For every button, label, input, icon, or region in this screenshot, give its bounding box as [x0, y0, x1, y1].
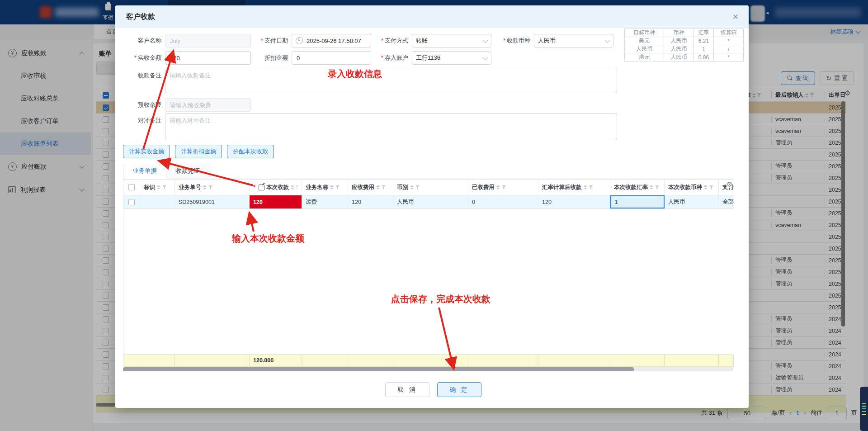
- doc-col-应收费用[interactable]: 应收费用: [348, 180, 393, 195]
- remark-textarea[interactable]: [165, 68, 617, 93]
- chevron-down-icon: [482, 37, 488, 43]
- doc-cell-本次收款汇率[interactable]: 1: [610, 195, 665, 208]
- screen: 零担 ◂ 首页 × 标签选项 ¥应收账款应收审核应收对账总览应收客户订单应收账单…: [0, 0, 868, 431]
- doc-col-本次收款[interactable]: *本次收款: [250, 180, 302, 195]
- doc-col-币别[interactable]: 币别: [393, 180, 468, 195]
- filter-icon[interactable]: [208, 185, 212, 189]
- rate-row: 港元人民币0.86*: [625, 53, 744, 62]
- doc-col-汇率计算后收款[interactable]: 汇率计算后收款: [538, 180, 610, 195]
- summary-cell: [140, 355, 175, 366]
- summary-cell: [719, 355, 734, 366]
- business-doc-table: 标识业务单号*本次收款业务名称应收费用币别已收费用汇率计算后收款本次收款汇率本次…: [123, 179, 733, 208]
- doc-cell-支付状态: 全部核销: [719, 195, 734, 208]
- allocate-payment-button[interactable]: 分配本次收款: [227, 145, 274, 158]
- annotation-step3: 点击保存，完成本次收款: [391, 293, 491, 305]
- doc-cell-本次收款[interactable]: 120: [250, 195, 302, 208]
- confirm-button[interactable]: 确 定: [437, 382, 481, 397]
- floating-widget[interactable]: [860, 387, 868, 431]
- close-icon[interactable]: ✕: [732, 12, 739, 22]
- calc-discount-button[interactable]: 计算折扣金额: [175, 145, 222, 158]
- filter-icon[interactable]: [415, 185, 420, 189]
- sort-icon[interactable]: [650, 185, 653, 189]
- currency-label: *收款币种: [496, 34, 530, 47]
- annotation-step2: 输入本次收款金额: [232, 232, 304, 245]
- doc-col-业务单号[interactable]: 业务单号: [175, 180, 250, 195]
- discount-amount-input[interactable]: [296, 54, 367, 62]
- select-all-checkbox[interactable]: [128, 184, 135, 190]
- currency-select[interactable]: 人民币: [534, 34, 613, 47]
- pay-date-input[interactable]: [306, 37, 367, 45]
- summary-cell: [468, 355, 538, 366]
- clock-icon: [296, 37, 303, 44]
- misc-fee-field: [165, 98, 251, 112]
- calc-received-button[interactable]: 计算实收金额: [123, 145, 170, 158]
- filter-icon[interactable]: [655, 185, 659, 189]
- summary-cell: [393, 355, 468, 366]
- doc-col-已收费用[interactable]: 已收费用: [468, 180, 538, 195]
- offset-remark-textarea[interactable]: [165, 113, 617, 140]
- filter-icon[interactable]: [589, 185, 593, 189]
- received-amount-field[interactable]: [165, 51, 251, 65]
- doc-col-业务名称[interactable]: 业务名称: [302, 180, 348, 195]
- filter-icon[interactable]: [296, 185, 298, 189]
- doc-cell-标识: [140, 195, 175, 208]
- received-amount-input[interactable]: [169, 54, 247, 62]
- customer-name-input: [169, 37, 247, 45]
- customer-name-field: [165, 34, 251, 47]
- chevron-down-icon: [482, 54, 488, 60]
- row-checkbox[interactable]: [128, 199, 135, 205]
- sort-icon[interactable]: [496, 185, 500, 189]
- customer-payment-modal: 客户收款 ✕ 客户名称 *支付日期 *支付方式 转账 *收款币种 人民币 *实收…: [115, 5, 749, 408]
- doc-cell-已收费用: 0: [468, 195, 538, 208]
- misc-fee-label: 预收杂费: [129, 98, 161, 112]
- tab-business-docs[interactable]: 业务单据: [123, 163, 166, 179]
- doc-cell-本次收款币种: 人民币: [665, 195, 719, 208]
- modal-title: 客户收款: [126, 12, 155, 22]
- summary-cell: [348, 355, 393, 366]
- sort-icon[interactable]: [291, 185, 294, 189]
- doc-cell-业务单号: SD250919001: [175, 195, 250, 208]
- summary-cell: [175, 355, 250, 366]
- sort-icon[interactable]: [376, 185, 380, 189]
- filter-icon[interactable]: [162, 185, 166, 189]
- modal-tabs: 业务单据 收款凭证: [123, 163, 733, 179]
- misc-fee-input: [169, 101, 247, 109]
- sort-icon[interactable]: [410, 185, 414, 189]
- received-amount-label: *实收金额: [127, 51, 161, 65]
- column-settings-gear-icon[interactable]: ⚙: [726, 181, 732, 188]
- sort-icon[interactable]: [704, 185, 708, 189]
- annotation-step1: 录入收款信息: [328, 68, 382, 80]
- filter-icon[interactable]: [335, 185, 340, 189]
- scrollbar-thumb[interactable]: [123, 367, 634, 371]
- remark-label: 收款备注: [129, 69, 161, 82]
- sort-icon[interactable]: [203, 185, 207, 189]
- deposit-account-label: *存入账户: [374, 51, 408, 65]
- pay-date-field[interactable]: [292, 34, 371, 47]
- deposit-account-select[interactable]: 工行1136: [412, 51, 491, 65]
- doc-table-row[interactable]: SD250919001120运费120人民币01201人民币全部核销: [123, 195, 733, 208]
- filter-icon[interactable]: [502, 185, 506, 189]
- filter-icon[interactable]: [382, 185, 386, 189]
- pay-date-label: *支付日期: [254, 34, 288, 47]
- rate-col-汇率: 汇率: [693, 29, 713, 37]
- doc-col-本次收款币种[interactable]: 本次收款币种: [665, 180, 719, 195]
- doc-table-scrollbar[interactable]: [123, 367, 733, 371]
- doc-col-标识[interactable]: 标识: [140, 180, 175, 195]
- edit-icon: [259, 185, 264, 190]
- doc-col-本次收款汇率[interactable]: 本次收款汇率: [610, 180, 665, 195]
- discount-amount-field[interactable]: [292, 51, 371, 65]
- rate-row: 美元人民币6.21*: [625, 37, 744, 45]
- doc-cell-应收费用: 120: [348, 195, 393, 208]
- rate-col-目标币种: 目标币种: [625, 29, 664, 37]
- pay-method-select[interactable]: 转账: [412, 34, 491, 47]
- sort-icon[interactable]: [157, 185, 160, 189]
- sort-icon[interactable]: [584, 185, 587, 189]
- tab-payment-voucher[interactable]: 收款凭证: [166, 163, 209, 179]
- doc-table-empty-body: [123, 208, 733, 354]
- rate-col-币种: 币种: [664, 29, 694, 37]
- sort-icon[interactable]: [330, 185, 334, 189]
- header-checkbox-cell[interactable]: [123, 180, 140, 195]
- cancel-button[interactable]: 取 消: [385, 382, 429, 397]
- filter-icon[interactable]: [709, 185, 713, 189]
- chevron-down-icon: [604, 37, 610, 43]
